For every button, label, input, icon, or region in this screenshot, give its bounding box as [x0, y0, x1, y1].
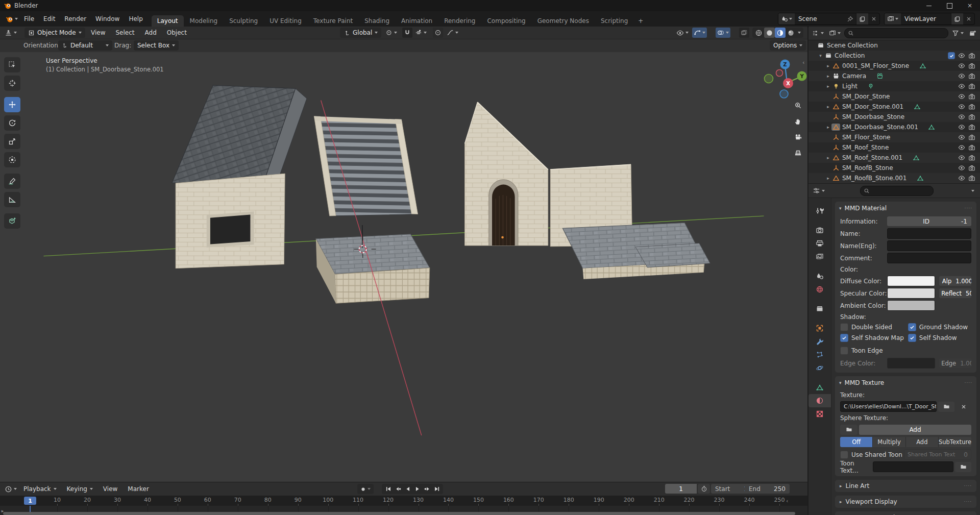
collapsed-panel-custom-properties[interactable]: ▸Custom Properties····: [835, 511, 976, 515]
properties-tab-particles[interactable]: [808, 348, 831, 361]
mmd-texture-panel-header[interactable]: ▾ MMD Texture ····: [835, 376, 976, 389]
outliner-search-input[interactable]: [844, 28, 948, 38]
disable-in-render-toggle[interactable]: [967, 154, 977, 161]
play-reverse-button[interactable]: [403, 484, 412, 494]
edge-color-swatch[interactable]: [887, 358, 935, 369]
preview-range-toggle[interactable]: [698, 484, 710, 494]
proportional-falloff-dropdown[interactable]: [445, 28, 460, 38]
hide-in-viewport-toggle[interactable]: [957, 72, 967, 80]
viewport-menu-select[interactable]: Select: [110, 27, 139, 39]
expand-icon[interactable]: ▸: [825, 73, 831, 79]
properties-tab-modifiers[interactable]: [808, 335, 831, 348]
material-name-input[interactable]: [887, 228, 971, 239]
disable-in-render-toggle[interactable]: [967, 83, 977, 90]
timeline-editor-type-button[interactable]: [3, 484, 18, 494]
shared-toon-field[interactable]: Shared Toon Text 0: [904, 449, 971, 460]
tool-annotate-button[interactable]: [4, 174, 20, 189]
mmd-material-panel-header[interactable]: ▾ MMD Material ····: [835, 202, 976, 215]
tool-rotate-button[interactable]: [4, 115, 20, 131]
play-button[interactable]: [412, 484, 422, 494]
self-shadow-map-checkbox[interactable]: [840, 334, 848, 342]
zoom-button[interactable]: [791, 99, 804, 112]
outliner-display-mode-button[interactable]: [811, 28, 825, 38]
tab-scripting[interactable]: Scripting: [595, 15, 633, 27]
outliner-row-scene-collection[interactable]: Scene Collection: [808, 40, 980, 51]
hide-in-viewport-toggle[interactable]: [957, 134, 967, 141]
tab-shading[interactable]: Shading: [359, 15, 395, 27]
jump-to-start-button[interactable]: [383, 484, 393, 494]
current-frame-field[interactable]: 1: [665, 484, 697, 494]
viewlayer-name[interactable]: ViewLayer: [901, 15, 951, 22]
properties-tab-view-layer[interactable]: [808, 250, 831, 263]
menu-window[interactable]: Window: [91, 11, 124, 27]
shading-material-preview-button[interactable]: [775, 28, 786, 38]
outliner-row-sm-doorbase-stone[interactable]: SM_Doorbase_Stone: [808, 112, 980, 122]
tool-add-cube-button[interactable]: [4, 213, 20, 229]
disable-in-render-toggle[interactable]: [967, 93, 977, 100]
hide-in-viewport-toggle[interactable]: [957, 175, 967, 182]
timeline-menu-playback[interactable]: Playback: [18, 483, 62, 495]
shading-wireframe-button[interactable]: [753, 28, 764, 38]
ambient-color-swatch[interactable]: [887, 300, 935, 311]
xray-toggle[interactable]: [739, 28, 749, 38]
hide-in-viewport-toggle[interactable]: [957, 62, 967, 69]
maximize-button[interactable]: [939, 0, 960, 11]
new-collection-button[interactable]: [967, 28, 978, 38]
properties-tab-object[interactable]: [808, 322, 831, 335]
tab-compositing[interactable]: Compositing: [481, 15, 531, 27]
add-workspace-button[interactable]: +: [634, 15, 647, 27]
timeline-menu-view[interactable]: View: [98, 483, 122, 495]
viewport-menu-object[interactable]: Object: [162, 27, 192, 39]
expand-icon[interactable]: ▸: [825, 176, 831, 181]
use-shared-toon-checkbox[interactable]: [840, 451, 848, 459]
panel-grip-icon[interactable]: ····: [965, 206, 972, 211]
drag-dropdown[interactable]: Select Box: [134, 40, 179, 51]
outliner-row-0001-sm-floor-stone[interactable]: ▸0001_SM_Floor_Stone: [808, 61, 980, 71]
properties-tab-texture[interactable]: [808, 407, 831, 421]
disable-in-render-toggle[interactable]: [967, 164, 977, 171]
expand-icon[interactable]: ▸: [825, 84, 831, 89]
outliner-row-sm-floor-stone[interactable]: SM_Floor_Stone: [808, 132, 980, 142]
tab-animation[interactable]: Animation: [396, 15, 438, 27]
gizmos-toggle[interactable]: [692, 28, 707, 38]
outliner-row-sm-door-stone-001[interactable]: ▸SM_Door_Stone.001: [808, 102, 980, 112]
disable-in-render-toggle[interactable]: [967, 134, 977, 141]
menu-file[interactable]: File: [19, 11, 39, 27]
sphere-mode-off[interactable]: Off: [840, 437, 873, 447]
tab-uv-editing[interactable]: UV Editing: [264, 15, 307, 27]
proportional-editing-toggle[interactable]: [433, 28, 443, 38]
new-scene-button[interactable]: [856, 13, 868, 24]
ground-shadow-checkbox[interactable]: [908, 323, 916, 331]
properties-editor-type-button[interactable]: [811, 186, 826, 196]
panel-grip-icon[interactable]: ····: [965, 380, 972, 385]
pivot-point-dropdown[interactable]: [384, 28, 399, 38]
region-collapse-arrow[interactable]: ‹: [802, 59, 804, 66]
tool-scale-button[interactable]: [4, 134, 20, 149]
texture-open-folder-button[interactable]: [938, 402, 954, 412]
texture-clear-button[interactable]: [956, 402, 971, 412]
tab-sculpting[interactable]: Sculpting: [224, 15, 263, 27]
sphere-mode-multiply[interactable]: Multiply: [873, 437, 905, 447]
ruler-collapse-arrow[interactable]: ‹: [786, 498, 788, 504]
disable-in-render-toggle[interactable]: [967, 144, 977, 151]
menu-render[interactable]: Render: [60, 11, 91, 27]
outliner-row-sm-roofb-stone[interactable]: SM_RoofB_Stone: [808, 163, 980, 173]
close-button[interactable]: ×: [960, 0, 980, 11]
properties-tab-output[interactable]: [808, 237, 831, 250]
hide-in-viewport-toggle[interactable]: [957, 93, 967, 100]
orthographic-toggle-button[interactable]: [791, 145, 804, 159]
end-frame-field[interactable]: End250: [745, 484, 790, 494]
hide-in-viewport-toggle[interactable]: [957, 83, 967, 90]
blender-menu-button[interactable]: [4, 14, 19, 24]
tab-rendering[interactable]: Rendering: [438, 15, 481, 27]
double-sided-checkbox[interactable]: [840, 323, 848, 331]
disable-in-render-toggle[interactable]: [967, 72, 977, 80]
mode-dropdown[interactable]: Object Mode: [24, 28, 85, 38]
camera-view-button[interactable]: [791, 130, 804, 143]
viewport-menu-view[interactable]: View: [86, 27, 110, 39]
menu-edit[interactable]: Edit: [39, 11, 60, 27]
properties-search-input[interactable]: [860, 186, 934, 196]
disable-in-render-toggle[interactable]: [967, 52, 977, 59]
panel-grip-icon[interactable]: ····: [964, 483, 972, 488]
toon-texture-field[interactable]: [873, 461, 953, 472]
